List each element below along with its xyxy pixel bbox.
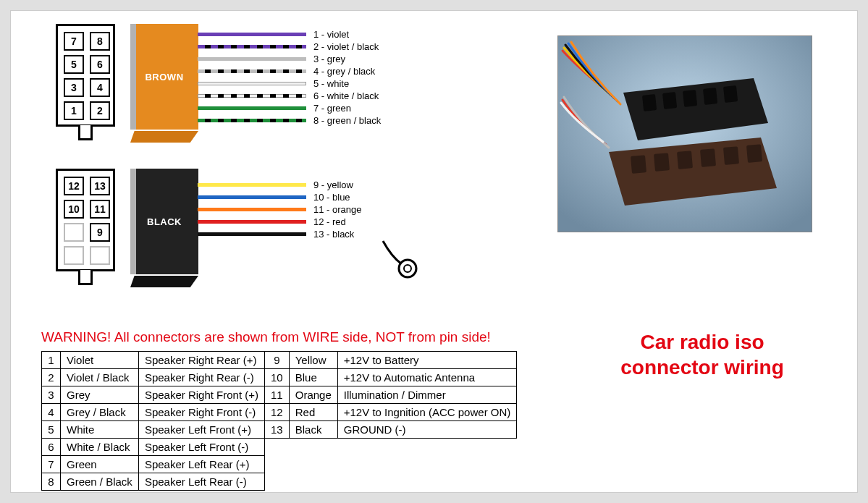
wire-line <box>198 69 306 73</box>
pin <box>64 246 84 265</box>
table-cell: +12V to Ingnition (ACC power ON) <box>337 404 517 421</box>
table-cell: +12V to Battery <box>337 352 517 369</box>
svg-rect-10 <box>631 155 646 174</box>
pin: 5 <box>64 55 84 74</box>
table-cell: White / Black <box>61 439 139 456</box>
wire-line <box>198 33 306 36</box>
table-row: 1VioletSpeaker Right Rear (+)9Yellow+12V… <box>42 352 517 369</box>
table-cell: Speaker Right Rear (+) <box>138 352 264 369</box>
diagram-title: Car radio iso connector wiring <box>594 329 811 380</box>
svg-rect-12 <box>677 151 693 169</box>
table-row: 7GreenSpeaker Left Rear (+) <box>42 456 517 473</box>
wire-line <box>198 208 306 211</box>
wire-line <box>198 232 306 236</box>
table-cell: Speaker Right Front (+) <box>138 386 264 404</box>
pin: 12 <box>64 177 84 195</box>
table-cell: 4 <box>42 404 61 421</box>
wire-row: 5 - white <box>198 77 381 89</box>
wire-row: 4 - grey / black <box>198 65 381 77</box>
connector-photo <box>557 35 812 232</box>
table-cell: 11 <box>265 386 290 404</box>
table-cell: Speaker Right Rear (-) <box>138 369 264 386</box>
table-cell: 6 <box>42 439 61 456</box>
warning-text: WARNING! All connectors are shown from W… <box>41 329 491 345</box>
table-cell: Blue <box>289 369 337 386</box>
svg-rect-13 <box>700 148 716 167</box>
wire-label: 6 - white / black <box>313 90 379 101</box>
table-cell: GROUND (-) <box>337 421 517 439</box>
svg-rect-8 <box>723 85 738 103</box>
table-cell: 8 <box>42 473 61 491</box>
table-row: 3GreySpeaker Right Front (+)11OrangeIllu… <box>42 386 517 404</box>
table-cell: Red <box>289 404 337 421</box>
wire-row: 11 - orange <box>198 203 362 215</box>
ring-terminal-icon <box>382 240 425 283</box>
table-cell: 12 <box>265 404 290 421</box>
table-cell: 9 <box>265 352 290 369</box>
wire-line <box>198 119 306 122</box>
pin <box>90 246 110 265</box>
table-cell: 5 <box>42 421 61 439</box>
table-cell: 3 <box>42 386 61 404</box>
wire-line <box>198 106 306 110</box>
wire-line <box>198 57 306 61</box>
table-cell: Speaker Left Front (+) <box>138 421 264 439</box>
wire-group-b: 9 - yellow10 - blue11 - orange12 - red13… <box>198 179 362 240</box>
svg-rect-6 <box>683 90 697 107</box>
table-row: 5WhiteSpeaker Left Front (+)13BlackGROUN… <box>42 421 517 439</box>
wire-line <box>198 45 306 48</box>
table-row: 6White / BlackSpeaker Left Front (-) <box>42 439 517 456</box>
table-cell: 7 <box>42 456 61 473</box>
wire-label: 5 - white <box>313 78 349 89</box>
diagram-frame: 78563412 121310119 BROWN BLACK 1 - viole… <box>10 10 858 493</box>
wire-label: 7 - green <box>313 103 351 114</box>
table-cell: Black <box>289 421 337 439</box>
wire-label: 12 - red <box>313 216 346 227</box>
connector-b-housing: 121310119 <box>56 169 115 271</box>
pin: 9 <box>90 223 110 242</box>
pin: 10 <box>64 200 84 219</box>
wire-line <box>198 195 306 199</box>
pin: 13 <box>90 177 110 195</box>
wire-row: 9 - yellow <box>198 179 362 190</box>
pin: 8 <box>90 32 110 51</box>
table-cell: Green / Black <box>61 473 139 491</box>
pin: 2 <box>90 101 110 120</box>
svg-rect-5 <box>662 92 677 109</box>
wire-label: 1 - violet <box>313 29 349 40</box>
wire-label: 13 - black <box>313 229 354 240</box>
wire-label: 4 - grey / black <box>313 66 375 77</box>
table-cell: Orange <box>289 386 337 404</box>
housing-label-brown: BROWN <box>130 24 198 130</box>
wire-row: 10 - blue <box>198 191 362 203</box>
wire-line <box>198 220 306 224</box>
wire-label: 2 - violet / black <box>313 41 379 52</box>
table-cell: Violet <box>61 352 139 369</box>
table-cell: Speaker Left Rear (+) <box>138 456 264 473</box>
wire-label: 3 - grey <box>313 54 345 64</box>
table-row: 8Green / BlackSpeaker Left Rear (-) <box>42 473 517 491</box>
table-cell: 13 <box>265 421 290 439</box>
wire-row: 2 - violet / black <box>198 41 381 52</box>
wire-row: 1 - violet <box>198 28 381 40</box>
pin: 6 <box>90 55 110 74</box>
wire-row: 6 - white / black <box>198 90 381 101</box>
table-cell: Speaker Left Front (-) <box>138 439 264 456</box>
table-cell: White <box>61 421 139 439</box>
table-cell: Illumination / Dimmer <box>337 386 517 404</box>
wire-label: 11 - orange <box>313 204 362 215</box>
svg-rect-7 <box>703 88 717 105</box>
svg-rect-4 <box>642 94 657 111</box>
table-cell: Grey / Black <box>61 404 139 421</box>
table-cell: Yellow <box>289 352 337 369</box>
table-row: 2Violet / BlackSpeaker Right Rear (-)10B… <box>42 369 517 386</box>
table-cell: Violet / Black <box>61 369 139 386</box>
svg-rect-15 <box>746 144 762 163</box>
table-cell: 10 <box>265 369 290 386</box>
svg-rect-2 <box>558 36 812 232</box>
table-cell: 2 <box>42 369 61 386</box>
svg-rect-14 <box>723 146 739 165</box>
pin: 4 <box>90 78 110 97</box>
wire-row: 3 - grey <box>198 53 381 64</box>
wire-label: 9 - yellow <box>313 179 353 190</box>
